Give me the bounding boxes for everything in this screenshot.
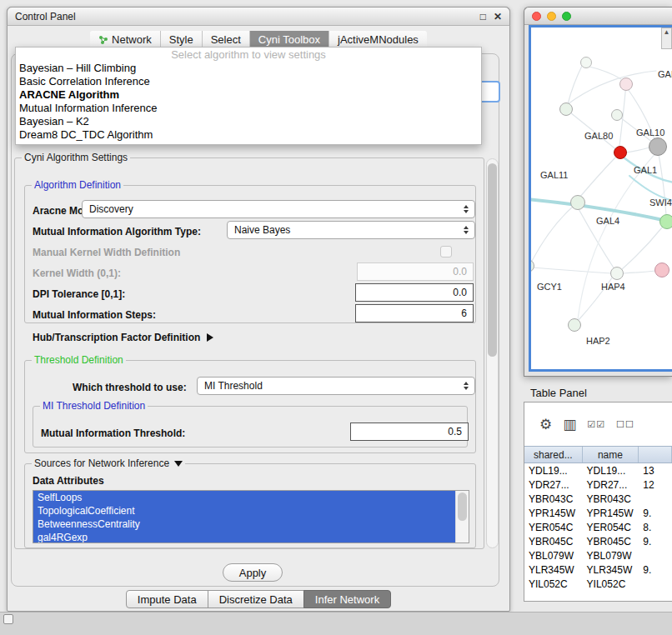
combo-stepper-icon	[461, 382, 471, 390]
table-row[interactable]: YIL052CYIL052C	[524, 577, 672, 591]
network-node-pink-top[interactable]	[619, 78, 633, 91]
tab-select[interactable]: Select	[202, 31, 249, 48]
canvas-scrollbar[interactable]: ▲	[661, 28, 672, 49]
table-cell: YIL052C	[524, 577, 583, 591]
network-node-gal4[interactable]	[570, 195, 585, 210]
table-row[interactable]: YDL19...YDL19...13	[524, 463, 672, 478]
network-edge[interactable]	[531, 207, 573, 262]
attribute-item-selfloops[interactable]: SelfLoops	[33, 491, 455, 504]
bottom-tab-discretize-data[interactable]: Discretize Data	[208, 590, 304, 608]
network-node-gal10-gray[interactable]	[649, 138, 667, 156]
table-body: YDL19...YDL19...13YDR27...YDR27...12YBR0…	[524, 463, 672, 591]
settings-gear-icon[interactable]: ⚙	[539, 416, 552, 433]
table-panel-title: Table Panel	[530, 387, 587, 399]
dpi-tolerance-value: 0.0	[453, 287, 467, 298]
tab-jactivemnodules[interactable]: jActiveMNodules	[328, 31, 427, 48]
mi-threshold-field[interactable]: 0.5	[350, 422, 469, 441]
network-node-swi4[interactable]	[659, 214, 672, 229]
mi-type-combobox[interactable]: Naive Bayes	[227, 221, 475, 239]
network-edge[interactable]	[568, 71, 656, 104]
network-canvas[interactable]: ▲ GALGAL80GAL10GAL11GAL1SWI4GAL4GCY1HAP4…	[529, 25, 672, 372]
network-node-pale-mid[interactable]	[611, 109, 623, 121]
list-scrollbar-thumb[interactable]	[458, 492, 467, 521]
network-node-hap4-pink[interactable]	[654, 262, 669, 278]
algorithm-option-dream8-dc-tdc-algorithm[interactable]: Dream8 DC_TDC Algorithm	[16, 128, 481, 142]
attribute-item-gal4rgexp[interactable]: gal4RGexp	[33, 531, 455, 543]
network-node-red-node[interactable]	[614, 146, 627, 159]
close-traffic-light-icon[interactable]	[532, 12, 541, 21]
bottom-tab-infer-network[interactable]: Infer Network	[303, 590, 391, 608]
column-header-extra[interactable]	[639, 447, 672, 462]
network-edge[interactable]	[586, 66, 621, 79]
table-cell: YBR045C	[524, 534, 583, 548]
settings-scrollbar[interactable]	[486, 158, 499, 548]
table-row[interactable]: YDR27...YDR27...12	[524, 478, 672, 492]
network-edge[interactable]	[533, 268, 611, 273]
zoom-traffic-light-icon[interactable]	[562, 12, 571, 21]
network-node-pale-top[interactable]	[580, 57, 592, 68]
close-window-icon[interactable]: ✕	[494, 11, 502, 22]
tab-style[interactable]: Style	[160, 31, 202, 48]
list-scrollbar[interactable]	[455, 491, 469, 542]
tab-cyni-toolbox[interactable]: Cyni Toolbox	[249, 31, 328, 48]
attribute-item-betweennesscentrality[interactable]: BetweennessCentrality	[33, 518, 455, 531]
algorithm-option-bayesian-k2[interactable]: Bayesian – K2	[16, 115, 481, 128]
network-edge[interactable]	[623, 271, 655, 273]
algorithm-option-basic-correlation-inference[interactable]: Basic Correlation Inference	[16, 75, 481, 88]
algorithm-option-aracne-algorithm[interactable]: ARACNE Algorithm	[16, 88, 481, 102]
sources-group-title[interactable]: Sources for Network Inference	[32, 458, 185, 469]
table-row[interactable]: YBR045CYBR045C9.	[524, 534, 672, 548]
mi-steps-field[interactable]: 6	[355, 304, 474, 322]
table-cell: 9.	[639, 562, 672, 577]
table-row[interactable]: YER054CYER054C8.	[524, 520, 672, 534]
select-all-icon[interactable]: ☑☑	[587, 419, 605, 430]
combo-stepper-icon	[461, 205, 471, 213]
minimize-traffic-light-icon[interactable]	[547, 12, 556, 21]
apply-button[interactable]: Apply	[223, 563, 283, 582]
table-cell: YBL079W	[524, 548, 583, 562]
collapse-arrow-icon	[174, 461, 183, 467]
network-node-hap2[interactable]	[568, 318, 581, 332]
mi-threshold-label: Mutual Information Threshold:	[41, 428, 185, 439]
table-row[interactable]: YPR145WYPR145W9.	[524, 506, 672, 520]
minimized-window-icon[interactable]	[3, 614, 13, 624]
kernel-width-field[interactable]: 0.0	[357, 262, 474, 281]
network-edge[interactable]	[568, 64, 583, 104]
dropdown-placeholder[interactable]: Select algorithm to view settings	[16, 48, 481, 62]
table-cell: YIL052C	[583, 577, 639, 591]
network-edge[interactable]	[579, 158, 615, 198]
control-panel-titlebar[interactable]: Control Panel □ ✕	[7, 7, 510, 26]
network-window-titlebar[interactable]	[524, 8, 672, 25]
network-edge[interactable]	[566, 109, 618, 151]
column-header-shared-name[interactable]: shared...	[524, 447, 583, 462]
which-threshold-combobox[interactable]: MI Threshold	[197, 377, 475, 395]
table-row[interactable]: YLR345WYLR345W9.	[524, 562, 672, 577]
hub-definition-label: Hub/Transcription Factor Definition	[33, 332, 200, 343]
table-cell: YER054C	[524, 520, 583, 534]
float-window-icon[interactable]: □	[480, 11, 486, 22]
dpi-tolerance-label: DPI Tolerance [0,1]:	[33, 288, 125, 300]
table-cell: YPR145W	[583, 506, 639, 520]
bottom-tab-bar: Impute DataDiscretize DataInfer Network	[7, 590, 510, 608]
network-node-gal80[interactable]	[559, 102, 573, 116]
table-row[interactable]: YBL079WYBL079W	[524, 548, 672, 562]
table-row[interactable]: YBR043CYBR043C	[524, 492, 672, 506]
attribute-item-topologicalcoefficient[interactable]: TopologicalCoefficient	[33, 504, 455, 518]
network-edge[interactable]	[626, 148, 649, 152]
manual-kernel-checkbox[interactable]	[440, 246, 452, 258]
deselect-all-icon[interactable]: ☐☐	[616, 419, 634, 430]
network-edge[interactable]	[622, 228, 662, 269]
bottom-tab-impute-data[interactable]: Impute Data	[126, 590, 208, 608]
tab-network[interactable]: Network	[90, 31, 160, 48]
data-attributes-list[interactable]: SelfLoopsTopologicalCoefficientBetweenne…	[33, 490, 469, 543]
algorithm-option-mutual-information-inference[interactable]: Mutual Information Inference	[16, 102, 481, 115]
network-node-center-pale[interactable]	[610, 267, 624, 280]
settings-scrollbar-thumb[interactable]	[488, 163, 497, 357]
hub-definition-expander[interactable]: Hub/Transcription Factor Definition	[33, 332, 213, 343]
algorithm-option-bayesian-hill-climbing[interactable]: Bayesian – Hill Climbing	[16, 62, 481, 75]
aracne-mode-combobox[interactable]: Discovery	[82, 200, 475, 218]
network-edge[interactable]	[578, 152, 656, 319]
column-header-name[interactable]: name	[583, 447, 639, 462]
column-selector-icon[interactable]: ▥	[563, 416, 576, 433]
dpi-tolerance-field[interactable]: 0.0	[355, 283, 474, 302]
